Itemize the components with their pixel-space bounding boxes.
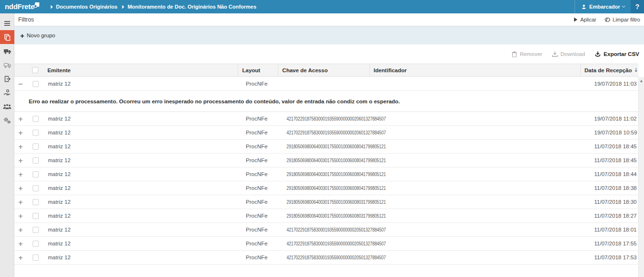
row-expander-button[interactable]: − xyxy=(18,81,23,87)
cell-layout: ProcNFe xyxy=(242,199,283,205)
topbar-right: Embarcador ? xyxy=(575,0,644,13)
users-icon xyxy=(3,103,12,110)
row-checkbox[interactable] xyxy=(33,255,39,261)
download-label: Download xyxy=(561,51,585,57)
row-expander-button[interactable]: + xyxy=(18,199,23,205)
row-checkbox[interactable] xyxy=(33,157,39,164)
row-checkbox[interactable] xyxy=(33,241,39,247)
breadcrumb-item-monitoramento[interactable]: Monitoramento de Doc. Originários Não Co… xyxy=(127,4,256,10)
table-body: − matriz 12 ProcNFe 19/07/2018 11:03 Err… xyxy=(14,77,638,265)
user-menu[interactable]: Embarcador xyxy=(575,0,631,13)
sort-desc-icon: ↓ xyxy=(634,67,638,73)
row-checkbox[interactable] xyxy=(33,227,39,233)
row-expander-button[interactable]: + xyxy=(18,130,23,136)
row-expander-button[interactable]: + xyxy=(18,144,23,150)
cell-chave-de-acesso: 2918050698006400301755001000600803179980… xyxy=(283,213,376,219)
cell-layout: ProcNFe xyxy=(242,185,283,191)
header-select-all-cell xyxy=(27,64,44,76)
apply-filter-label: Aplicar xyxy=(580,17,597,22)
vertical-scrollbar[interactable]: ▲ xyxy=(638,77,644,277)
header-emitente[interactable]: Emitente xyxy=(44,64,238,76)
cell-data-de-recepcao: 19/07/2018 11:02 xyxy=(590,116,638,122)
document-export-icon xyxy=(3,75,11,83)
eraser-icon xyxy=(604,17,610,22)
breadcrumb-item-documentos[interactable]: Documentos Originários xyxy=(56,4,117,10)
filter-actions: Aplicar Limpar filtro xyxy=(574,17,640,22)
plus-icon: + xyxy=(20,32,24,39)
row-checkbox[interactable] xyxy=(33,116,39,122)
remove-label: Remover xyxy=(520,51,542,57)
sidebar-item-transporte[interactable] xyxy=(0,44,14,58)
row-expander-button[interactable]: + xyxy=(18,116,23,122)
header-chave-de-acesso[interactable]: Chave de Acesso xyxy=(278,64,369,76)
row-expander-button[interactable]: + xyxy=(18,241,23,247)
app-logo[interactable]: nddFrete xyxy=(0,0,39,13)
table-row: + matriz 12 ProcNFe 29180506980064003017… xyxy=(14,195,638,209)
row-checkbox[interactable] xyxy=(33,144,39,150)
table-row: + matriz 12 ProcNFe 29180506980064003017… xyxy=(14,140,638,154)
cell-layout: ProcNFe xyxy=(242,157,283,163)
row-checkbox[interactable] xyxy=(33,171,39,177)
sidebar-item-frota[interactable] xyxy=(0,58,14,72)
menu-icon xyxy=(4,21,11,26)
cell-data-de-recepcao: 11/07/2018 18:38 xyxy=(590,185,638,191)
clear-filter-button[interactable]: Limpar filtro xyxy=(604,17,640,22)
play-icon xyxy=(574,17,578,22)
cell-layout: ProcNFe xyxy=(242,241,283,246)
sidebar xyxy=(0,13,14,277)
truck-outline-icon xyxy=(3,62,12,68)
header-data-de-recepcao[interactable]: Data de Recepção ↓ xyxy=(580,64,638,76)
cell-data-de-recepcao: 19/07/2018 10:59 xyxy=(590,130,638,135)
cell-chave-de-acesso: 2918050698006400301755001000600803179980… xyxy=(283,199,376,205)
row-checkbox[interactable] xyxy=(33,213,39,219)
row-expander-button[interactable]: + xyxy=(18,171,23,177)
breadcrumb: Documentos Originários Monitoramento de … xyxy=(50,4,256,10)
cell-data-de-recepcao: 19/07/2018 11:03 xyxy=(590,81,638,87)
help-button[interactable]: ? xyxy=(631,0,644,13)
new-group-button[interactable]: + Novo grupo xyxy=(20,32,55,39)
row-checkbox[interactable] xyxy=(33,185,39,191)
app-logo-mark-icon xyxy=(35,2,39,7)
cell-layout: ProcNFe xyxy=(242,81,283,87)
row-expander-button[interactable]: + xyxy=(18,227,23,233)
row-expander-button[interactable]: + xyxy=(18,185,23,191)
cell-emitente: matriz 12 xyxy=(44,199,242,205)
cell-chave-de-acesso: 4217022918758300019355900000002050132788… xyxy=(283,227,376,233)
download-icon xyxy=(552,51,558,57)
table-row: + matriz 12 ProcNFe 29180506980064003017… xyxy=(14,167,638,181)
cell-data-de-recepcao: 11/07/2018 18:27 xyxy=(590,213,638,219)
row-expander-button[interactable]: + xyxy=(18,213,23,219)
table-row: + matriz 12 ProcNFe 42170229187583000193… xyxy=(14,251,638,265)
chevron-down-icon xyxy=(622,4,625,8)
user-menu-label: Embarcador xyxy=(589,4,620,10)
cell-emitente: matriz 12 xyxy=(44,227,242,233)
cell-chave-de-acesso: 4217022918758300019355900000002050132788… xyxy=(283,241,376,246)
export-csv-button[interactable]: Exportar CSV xyxy=(595,51,639,57)
row-checkbox[interactable] xyxy=(33,81,39,87)
remove-button[interactable]: Remover xyxy=(512,51,542,57)
top-bar: nddFrete Documentos Originários Monitora… xyxy=(0,0,644,13)
cell-data-de-recepcao: 11/07/2018 17:55 xyxy=(590,241,638,246)
header-layout[interactable]: Layout xyxy=(238,64,278,76)
row-expander-button[interactable]: + xyxy=(18,157,23,164)
cell-emitente: matriz 12 xyxy=(44,241,242,246)
apply-filter-button[interactable]: Aplicar xyxy=(574,17,597,22)
sidebar-item-configuracoes[interactable] xyxy=(0,113,14,127)
download-button[interactable]: Download xyxy=(552,51,585,57)
cell-emitente: matriz 12 xyxy=(44,157,242,163)
sidebar-item-pagamentos[interactable] xyxy=(0,86,14,100)
row-expander-button[interactable]: + xyxy=(18,255,23,261)
sidebar-item-usuarios[interactable] xyxy=(0,100,14,113)
row-checkbox[interactable] xyxy=(33,199,39,205)
hand-coin-icon xyxy=(3,89,11,96)
sidebar-menu-toggle[interactable] xyxy=(0,16,14,30)
app-logo-text: nddFrete xyxy=(5,0,34,13)
select-all-checkbox[interactable] xyxy=(32,67,38,73)
cell-chave-de-acesso: 2918050698006400301755001000600804179980… xyxy=(283,144,376,149)
row-checkbox[interactable] xyxy=(33,130,39,136)
filter-group-strip: + Novo grupo xyxy=(14,26,644,44)
sidebar-item-envio-documentos[interactable] xyxy=(0,72,14,86)
sidebar-item-documentos[interactable] xyxy=(0,30,14,44)
header-identificador[interactable]: Identificador xyxy=(369,64,580,76)
table-row: + matriz 12 ProcNFe 29180506980064003017… xyxy=(14,154,638,167)
